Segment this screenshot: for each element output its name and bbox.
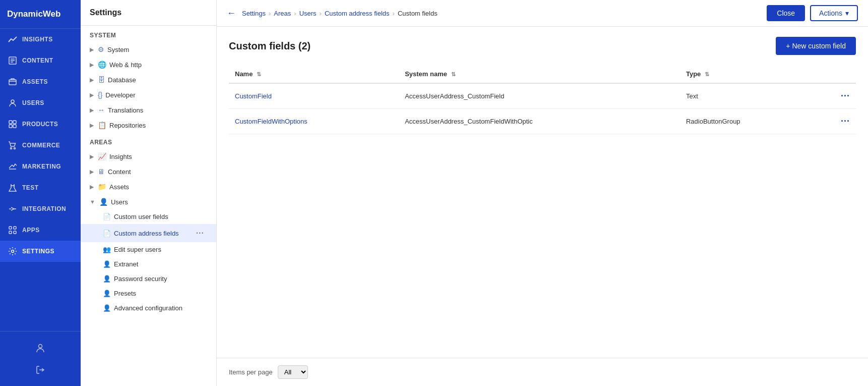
sidebar-item-integration[interactable]: INTEGRATION [0,198,81,219]
breadcrumb-sep-2: › [294,10,296,17]
col-type: Type ⇅ [680,65,814,83]
user-edit-icon: 👥 [103,246,111,253]
sidebar-item-test[interactable]: TEST [0,177,81,198]
chevron-right-icon: ▶ [90,107,94,114]
field-name-2: CustomFieldWithOptions [229,109,399,134]
svg-rect-14 [14,227,16,229]
users-icon [8,98,17,107]
field-name-link-1[interactable]: CustomField [235,92,272,100]
chevron-right-icon: ▶ [90,153,94,160]
tree-item-web-http[interactable]: ▶ 🌐 Web & http [81,57,216,72]
chevron-right-icon: ▶ [90,77,94,83]
new-custom-field-button[interactable]: + New custom field [776,37,856,55]
tree-item-developer[interactable]: ▶ {} Developer [81,87,216,102]
content-header: Custom fields (2) + New custom field [229,37,856,55]
sidebar-item-users[interactable]: USERS [0,92,81,114]
items-per-page-select[interactable]: All 10 25 50 100 [278,365,308,379]
chevron-right-icon: ▶ [90,62,94,68]
breadcrumb-settings[interactable]: Settings [242,10,266,17]
settings-icon [8,247,17,256]
content-title: Custom fields (2) [229,40,311,52]
sidebar-item-assets[interactable]: ASSETS [0,71,81,92]
table-row: CustomFieldWithOptions AccessUserAddress… [229,109,856,134]
svg-rect-9 [13,125,16,128]
field-type-2: RadioButtonGroup [680,109,814,134]
profile-nav-item[interactable] [0,337,81,359]
tree-item-translations[interactable]: ▶ ↔ Translations [81,102,216,118]
tree-item-insights-area[interactable]: ▶ 📈 Insights [81,149,216,164]
field-system-name-1: AccessUserAddress_CustomField [399,83,680,109]
main-content: ← Settings › Areas › Users › Custom addr… [217,0,868,386]
sidebar-item-apps[interactable]: APPS [0,219,81,241]
sidebar-item-commerce[interactable]: COMMERCE [0,135,81,156]
more-options-button[interactable]: ··· [193,228,207,239]
code-icon: {} [98,91,102,99]
svg-rect-7 [13,121,16,124]
svg-point-5 [11,100,14,103]
back-button[interactable]: ← [227,8,239,19]
tree-item-content-area[interactable]: ▶ 🖥 Content [81,164,216,179]
extranet-icon: 👤 [103,260,111,268]
chevron-right-icon: ▶ [90,122,94,129]
sidebar-item-content[interactable]: CONTENT [0,50,81,71]
close-button[interactable]: Close [767,5,805,21]
integration-icon [8,204,17,213]
person-icon [35,343,45,353]
section-system-title: System [81,26,216,42]
field-system-name-2: AccessUserAddress_CustomFieldWithOptic [399,109,680,134]
top-bar-actions: Close Actions ▾ [767,5,858,21]
tree-item-password-security[interactable]: 👤 Password security [81,271,216,286]
tree-item-system[interactable]: ▶ ⚙ System [81,42,216,57]
breadcrumb-sep-1: › [269,10,271,17]
breadcrumb-users[interactable]: Users [299,10,317,17]
chart-icon [8,35,17,44]
sidebar-item-products[interactable]: PRODUCTS [0,114,81,135]
content-area: Custom fields (2) + New custom field Nam… [217,27,868,358]
row-actions-1[interactable]: ··· [814,83,856,109]
tree-item-custom-user-fields[interactable]: 📄 Custom user fields [81,209,216,224]
chevron-right-icon: ▶ [90,92,94,98]
app-logo: DynamicWeb [0,0,81,29]
col-name: Name ⇅ [229,65,399,83]
tree-item-extranet[interactable]: 👤 Extranet [81,257,216,271]
tree-item-advanced-configuration[interactable]: 👤 Advanced configuration [81,301,216,315]
chevron-right-icon: ▶ [90,184,94,190]
folder-icon: 📁 [98,183,106,191]
custom-fields-table: Name ⇅ System name ⇅ Type ⇅ [229,65,856,134]
chevron-down-icon: ▼ [90,199,95,205]
advanced-icon: 👤 [103,304,111,312]
tree-item-assets-area[interactable]: ▶ 📁 Assets [81,179,216,194]
actions-button[interactable]: Actions ▾ [810,5,858,21]
logout-nav-item[interactable] [0,359,81,381]
db-icon: 🗄 [98,76,105,84]
row-actions-2[interactable]: ··· [814,109,856,134]
insights-area-icon: 📈 [98,152,106,160]
nav-items-list: INSIGHTS CONTENT ASSETS US [0,29,81,331]
content-icon [8,56,17,65]
breadcrumb-custom-address[interactable]: Custom address fields [325,10,390,17]
chevron-right-icon: ▶ [90,169,94,175]
tree-item-edit-super-users[interactable]: 👥 Edit super users [81,242,216,257]
field-name-1: CustomField [229,83,399,109]
svg-rect-16 [14,231,16,234]
tree-item-database[interactable]: ▶ 🗄 Database [81,72,216,87]
col-system-name: System name ⇅ [399,65,680,83]
settings-panel-title: Settings [81,0,216,26]
sidebar-item-marketing[interactable]: MARKETING [0,156,81,177]
sort-icon-name[interactable]: ⇅ [257,71,261,77]
apps-icon [8,226,17,235]
field-type-1: Text [680,83,814,109]
tree-item-repositories[interactable]: ▶ 📋 Repositories [81,118,216,133]
breadcrumb-sep-4: › [393,10,395,17]
svg-rect-15 [9,231,12,234]
tree-item-custom-address-fields[interactable]: 📄 Custom address fields ··· [81,224,216,242]
marketing-icon [8,162,17,171]
sort-icon-system-name[interactable]: ⇅ [451,71,456,77]
sidebar-item-settings[interactable]: SETTINGS [0,241,81,262]
sidebar-item-insights[interactable]: INSIGHTS [0,29,81,50]
tree-item-presets[interactable]: 👤 Presets [81,286,216,301]
field-name-link-2[interactable]: CustomFieldWithOptions [235,118,307,125]
breadcrumb-areas[interactable]: Areas [274,10,291,17]
tree-item-users-area[interactable]: ▼ 👤 Users [81,194,216,209]
sort-icon-type[interactable]: ⇅ [705,71,709,77]
